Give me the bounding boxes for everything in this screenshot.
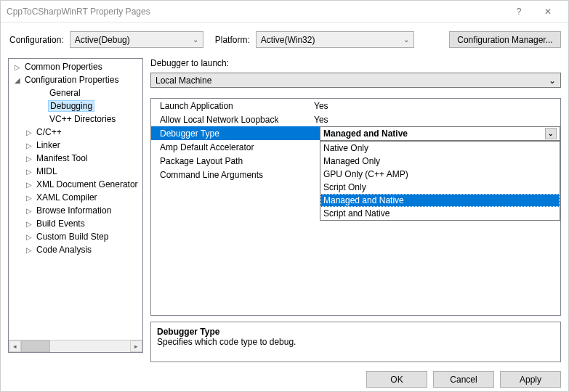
- tree-item-label: VC++ Directories: [48, 114, 117, 124]
- debugger-type-dropdown[interactable]: Native OnlyManaged OnlyGPU Only (C++ AMP…: [320, 141, 560, 221]
- configuration-label: Configuration:: [9, 35, 64, 45]
- tree-item[interactable]: General: [9, 86, 142, 99]
- grid-prop-name: Debugger Type: [151, 128, 311, 139]
- scroll-left-button[interactable]: ◂: [9, 340, 21, 352]
- tree-item[interactable]: ▷MIDL: [9, 165, 142, 178]
- chevron-down-icon[interactable]: ⌄: [545, 128, 557, 139]
- scroll-track[interactable]: [50, 340, 130, 352]
- tree-item-label: Build Events: [35, 219, 86, 229]
- tree-item-label: Manifest Tool: [35, 153, 89, 163]
- grid-prop-name: Command Line Arguments: [151, 170, 311, 180]
- tree-collapsed-icon[interactable]: ▷: [23, 155, 35, 163]
- grid-prop-name: Launch Application: [151, 101, 311, 111]
- window-title: CppToCSharpWinRT Property Pages: [7, 7, 504, 17]
- configuration-combo[interactable]: Active(Debug) ⌄: [70, 31, 203, 48]
- help-button[interactable]: ?: [504, 7, 533, 17]
- tree-expanded-icon[interactable]: ◢: [12, 76, 23, 84]
- grid-prop-name: Amp Default Accelerator: [151, 142, 311, 152]
- debugger-launch-combo[interactable]: Local Machine ⌄: [150, 73, 561, 88]
- grid-row[interactable]: Launch ApplicationYes: [151, 99, 560, 113]
- grid-prop-value[interactable]: Yes: [311, 101, 560, 111]
- tree-item[interactable]: ▷Manifest Tool: [9, 152, 142, 165]
- grid-prop-value[interactable]: Yes: [311, 115, 560, 125]
- tree-item[interactable]: VC++ Directories: [9, 113, 142, 126]
- dropdown-option[interactable]: Script Only: [320, 181, 560, 194]
- tree-item-label: Configuration Properties: [23, 75, 120, 85]
- tree-collapsed-icon[interactable]: ▷: [23, 142, 35, 150]
- titlebar: CppToCSharpWinRT Property Pages ? ✕: [1, 1, 568, 23]
- tree-item-label: Custom Build Step: [35, 232, 110, 242]
- configuration-manager-button[interactable]: Configuration Manager...: [449, 31, 561, 48]
- debugger-type-value-combo[interactable]: Managed and Native ⌄: [320, 126, 560, 141]
- tree-collapsed-icon[interactable]: ▷: [23, 168, 35, 176]
- help-name: Debugger Type: [157, 327, 554, 337]
- property-help-panel: Debugger Type Specifies which code type …: [150, 322, 561, 362]
- dropdown-option[interactable]: Script and Native: [320, 207, 560, 220]
- grid-prop-name: Package Layout Path: [151, 156, 311, 166]
- tree-item[interactable]: ▷Code Analysis: [9, 243, 142, 256]
- property-grid[interactable]: Launch ApplicationYesAllow Local Network…: [150, 98, 561, 316]
- config-toolbar: Configuration: Active(Debug) ⌄ Platform:…: [1, 23, 568, 58]
- tree-item-label: XAML Compiler: [35, 192, 99, 203]
- platform-label: Platform:: [215, 35, 250, 45]
- tree-item[interactable]: ▷XAML Compiler: [9, 191, 142, 204]
- tree-collapsed-icon[interactable]: ▷: [12, 63, 23, 71]
- tree-item-label: XML Document Generator: [35, 179, 140, 189]
- apply-button[interactable]: Apply: [500, 371, 561, 388]
- ok-button[interactable]: OK: [366, 371, 427, 388]
- tree-item-label: MIDL: [35, 166, 59, 176]
- help-desc: Specifies which code type to debug.: [157, 337, 554, 347]
- tree-collapsed-icon[interactable]: ▷: [23, 181, 35, 189]
- tree-item[interactable]: ◢Configuration Properties: [9, 73, 142, 86]
- chevron-down-icon: ⌄: [549, 75, 556, 86]
- tree-item[interactable]: ▷Browse Information: [9, 204, 142, 217]
- chevron-down-icon: ⌄: [403, 36, 409, 44]
- tree-item[interactable]: ▷C/C++: [9, 126, 142, 139]
- tree-item-label: C/C++: [35, 127, 63, 137]
- tree-h-scrollbar[interactable]: ◂ ▸: [9, 340, 142, 352]
- dialog-button-row: OK Cancel Apply: [1, 362, 568, 392]
- close-button[interactable]: ✕: [533, 7, 562, 17]
- tree-item-selected[interactable]: Debugging: [9, 99, 142, 113]
- tree-item-label: Linker: [35, 140, 62, 150]
- tree-collapsed-icon[interactable]: ▷: [23, 220, 35, 228]
- tree-item[interactable]: ▷Linker: [9, 139, 142, 152]
- dropdown-option[interactable]: GPU Only (C++ AMP): [320, 168, 560, 181]
- platform-combo[interactable]: Active(Win32) ⌄: [256, 31, 414, 48]
- tree-item[interactable]: ▷Build Events: [9, 217, 142, 230]
- tree-item-label: General: [48, 88, 82, 98]
- tree-collapsed-icon[interactable]: ▷: [23, 233, 35, 241]
- nav-tree[interactable]: ▷Common Properties◢Configuration Propert…: [8, 58, 143, 353]
- tree-item[interactable]: ▷Common Properties: [9, 60, 142, 73]
- tree-item-label: Debugging: [48, 100, 94, 112]
- tree-item[interactable]: ▷XML Document Generator: [9, 178, 142, 191]
- tree-item-label: Code Analysis: [35, 245, 93, 255]
- tree-item-label: Common Properties: [23, 62, 104, 72]
- tree-item[interactable]: ▷Custom Build Step: [9, 230, 142, 243]
- dropdown-option-selected[interactable]: Managed and Native: [320, 194, 560, 207]
- grid-row[interactable]: Allow Local Network LoopbackYes: [151, 113, 560, 126]
- grid-prop-name: Allow Local Network Loopback: [151, 115, 311, 125]
- debugger-type-selected: Managed and Native: [323, 128, 408, 139]
- tree-collapsed-icon[interactable]: ▷: [23, 194, 35, 202]
- chevron-down-icon: ⌄: [193, 36, 198, 44]
- cancel-button[interactable]: Cancel: [433, 371, 494, 388]
- tree-collapsed-icon[interactable]: ▷: [23, 128, 35, 136]
- platform-value: Active(Win32): [261, 35, 315, 45]
- scroll-right-button[interactable]: ▸: [130, 340, 142, 352]
- configuration-value: Active(Debug): [75, 35, 130, 45]
- debugger-launch-value: Local Machine: [156, 75, 211, 86]
- dropdown-option[interactable]: Managed Only: [320, 155, 560, 168]
- tree-collapsed-icon[interactable]: ▷: [23, 207, 35, 215]
- tree-item-label: Browse Information: [35, 205, 113, 216]
- dropdown-option[interactable]: Native Only: [320, 142, 560, 155]
- debugger-launch-label: Debugger to launch:: [150, 58, 561, 68]
- tree-collapsed-icon[interactable]: ▷: [23, 246, 35, 254]
- scroll-thumb[interactable]: [21, 340, 50, 352]
